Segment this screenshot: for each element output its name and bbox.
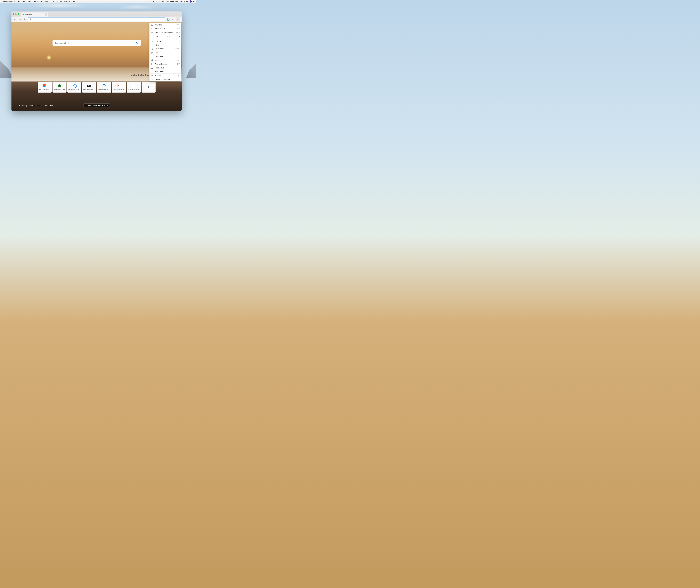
tile-label: www.office.com: [114, 89, 124, 90]
close-window-button[interactable]: [13, 13, 14, 15]
tab-icon: [151, 24, 153, 26]
image-caption: b Midnight sun returns to the Arctic Cir…: [18, 104, 53, 107]
profile-button[interactable]: [166, 17, 170, 21]
reload-button[interactable]: ⟳: [23, 17, 27, 21]
menu-edit[interactable]: Edit: [23, 1, 26, 3]
tile-label: www.microsoft…: [98, 89, 110, 90]
menu-settings[interactable]: Settings ⌘,: [150, 74, 181, 77]
zoom-in-button[interactable]: +: [172, 34, 177, 39]
menu-favorites[interactable]: ☆ Favorites ›: [150, 39, 181, 43]
menu-new-tab[interactable]: New Tab ⌘T: [150, 23, 181, 27]
tile-add[interactable]: +: [142, 82, 156, 93]
overflow-menu: New Tab ⌘T New Window ⌘N New InPrivate W…: [149, 23, 181, 81]
menu-tools[interactable]: Tools: [50, 1, 54, 3]
tile-343industries[interactable]: 343 www.343indus…: [82, 82, 96, 93]
svg-point-21: [152, 75, 153, 76]
page-icon: [22, 14, 24, 15]
tile-visualstudio[interactable]: microsoft.visua…: [67, 82, 81, 93]
chevron-right-icon: ›: [179, 44, 180, 46]
globe-icon[interactable]: 🜐: [159, 1, 160, 3]
caption-text: Midnight sun returns to the Arctic Circl…: [22, 105, 53, 107]
menu-history[interactable]: History: [34, 1, 39, 3]
menu-find[interactable]: Find on Page... ⌘F: [150, 62, 181, 66]
window-controls: [13, 13, 19, 15]
clock[interactable]: Wed 2:27 PM: [175, 1, 185, 3]
menu-zoom: Zoom − 100% + ⤢: [150, 34, 181, 39]
tab-new-tab[interactable]: New Tab ×: [21, 12, 48, 17]
svg-point-4: [137, 42, 138, 44]
menu-downloads[interactable]: Downloads ⌥⌘L: [150, 47, 181, 51]
menu-view[interactable]: View: [28, 1, 31, 3]
favorite-star-icon[interactable]: ☆: [162, 18, 164, 21]
menu-help[interactable]: Help: [73, 1, 76, 3]
chevron-right-icon: ›: [179, 40, 180, 42]
read-aloud-icon: A»: [151, 67, 153, 69]
visualstudio-logo-icon: [73, 84, 76, 88]
menu-history[interactable]: History ›: [150, 43, 181, 47]
menu-extensions[interactable]: Extensions: [150, 54, 181, 58]
dropbox-icon[interactable]: ⬓: [150, 1, 151, 3]
apps-icon: [151, 52, 153, 54]
fullscreen-button[interactable]: ⤢: [177, 34, 181, 39]
menu-print[interactable]: Print... ⌘P: [150, 58, 181, 62]
close-tab-button[interactable]: ×: [45, 13, 47, 16]
fullscreen-window-button[interactable]: [18, 13, 19, 15]
menu-read-aloud[interactable]: A» Read Aloud: [150, 66, 181, 70]
tile-outlook[interactable]: O outlook.live.com: [127, 82, 141, 93]
desktop-mountain-left: [0, 61, 13, 78]
toolbar: ← → ⟳ ☆ ☺ ⋯: [11, 17, 182, 22]
macos-menubar: Microsoft Edge File Edit View History Fa…: [0, 0, 196, 3]
top-sites-tiles: www.microsoft… www.xbox.com microsoft.vi…: [38, 82, 156, 93]
svg-point-2: [30, 18, 31, 20]
tray-icon-2[interactable]: ☁︎: [156, 1, 157, 3]
chevron-right-icon: ›: [179, 52, 180, 54]
menu-file[interactable]: File: [18, 1, 20, 3]
news-expand-button[interactable]: ↓ Personalized news & more: [84, 103, 110, 108]
battery-percent[interactable]: 94%: [165, 1, 169, 3]
menu-new-window[interactable]: New Window ⌘N: [150, 27, 181, 31]
more-menu-button[interactable]: ⋯: [176, 17, 180, 21]
menu-profiles[interactable]: Profiles: [56, 1, 62, 3]
tile-label: outlook.live.com: [128, 89, 139, 90]
battery-icon[interactable]: [170, 1, 173, 2]
help-icon: ?: [151, 78, 153, 80]
tile-label: www.343indus…: [83, 89, 95, 90]
svg-rect-14: [151, 53, 152, 53]
search-submit-icon[interactable]: [136, 42, 139, 44]
tray-icon-1[interactable]: ❄︎: [153, 1, 154, 3]
app-name[interactable]: Microsoft Edge: [3, 1, 16, 3]
zoom-out-button[interactable]: −: [160, 34, 165, 39]
tile-office[interactable]: P www.office.com: [112, 82, 126, 93]
menu-help[interactable]: ? Help and Feedback: [150, 77, 181, 81]
343-logo-icon: 343: [87, 84, 91, 88]
search-icon: [29, 18, 31, 20]
feedback-smiley-button[interactable]: ☺: [171, 17, 175, 21]
microsoft-logo-icon: [43, 84, 46, 88]
svg-rect-16: [151, 60, 153, 61]
tile-microsoft[interactable]: www.microsoft…: [38, 82, 52, 93]
gear-icon: [151, 74, 153, 77]
svg-point-19: [152, 64, 153, 65]
menu-window[interactable]: Window: [64, 1, 70, 3]
siri-icon[interactable]: [190, 0, 192, 3]
tile-xbox[interactable]: www.xbox.com: [53, 82, 67, 93]
menu-favorites[interactable]: Favorites: [41, 1, 48, 3]
address-bar[interactable]: ☆: [28, 17, 165, 21]
minimize-window-button[interactable]: [15, 13, 17, 15]
menu-inprivate[interactable]: New InPrivate Window ⇧⌘N: [150, 31, 181, 34]
wifi-icon[interactable]: [162, 1, 164, 2]
bing-logo-icon: b: [18, 104, 20, 107]
tile-label: www.xbox.com: [54, 89, 65, 90]
menu-apps[interactable]: Apps ›: [150, 51, 181, 54]
back-button[interactable]: ←: [13, 17, 17, 21]
chevron-right-icon: ›: [179, 71, 180, 73]
spotlight-icon[interactable]: [186, 1, 188, 2]
menu-more-tools[interactable]: More Tools ›: [150, 70, 181, 73]
tile-microsoft-edge[interactable]: www.microsoft…: [97, 82, 111, 93]
page-search-input[interactable]: [54, 42, 136, 44]
forward-button[interactable]: →: [18, 17, 22, 21]
new-tab-button[interactable]: +: [49, 12, 53, 16]
tile-label: microsoft.visua…: [68, 89, 80, 90]
notification-center-icon[interactable]: ☰: [193, 1, 195, 3]
page-search-bar[interactable]: [53, 40, 141, 46]
